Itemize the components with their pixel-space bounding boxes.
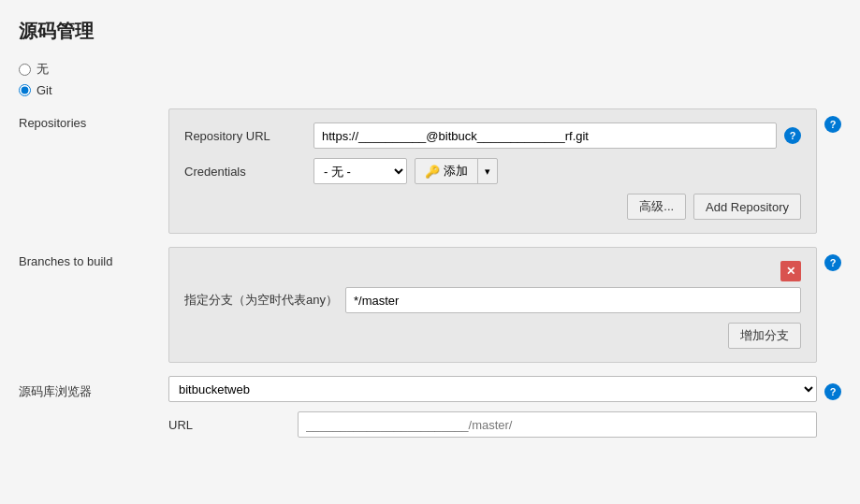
- source-browser-select-row: bitbucketweb: [168, 376, 817, 402]
- repositories-content: Repository URL ? Credentials - 无 - 🔑 添加 …: [168, 108, 817, 234]
- source-browser-content: bitbucketweb URL: [168, 376, 817, 447]
- source-browser-label: 源码库浏览器: [19, 376, 168, 400]
- page-title: 源码管理: [19, 19, 841, 44]
- credentials-select[interactable]: - 无 -: [313, 158, 407, 184]
- add-dropdown-arrow-icon: ▾: [485, 166, 490, 178]
- radio-git-input[interactable]: [19, 84, 31, 96]
- branches-actions: 增加分支: [184, 323, 801, 349]
- branch-input-row: 指定分支（为空时代表any）: [184, 287, 801, 313]
- source-browser-url-row: URL: [168, 411, 817, 438]
- repository-url-help-icon[interactable]: ?: [784, 127, 801, 144]
- source-browser-select[interactable]: bitbucketweb: [168, 376, 817, 402]
- branch-specifier-label: 指定分支（为空时代表any）: [184, 292, 338, 309]
- key-icon: 🔑: [425, 165, 440, 179]
- add-credentials-main-button[interactable]: 🔑 添加: [415, 159, 477, 183]
- credentials-row: Credentials - 无 - 🔑 添加 ▾: [184, 158, 801, 184]
- add-branch-button[interactable]: 增加分支: [728, 323, 801, 349]
- radio-git-label: Git: [36, 83, 52, 97]
- branches-to-build-section: Branches to build ✕ 指定分支（为空时代表any） 增加分支 …: [19, 247, 841, 363]
- radio-git[interactable]: Git: [19, 83, 841, 97]
- source-browser-help-icon[interactable]: ?: [824, 383, 841, 400]
- repository-url-label: Repository URL: [184, 129, 306, 143]
- add-credentials-dropdown-button[interactable]: ▾: [477, 159, 497, 183]
- advanced-button[interactable]: 高级...: [627, 194, 686, 220]
- radio-none-label: 无: [36, 61, 49, 78]
- radio-none[interactable]: 无: [19, 61, 841, 78]
- add-credentials-button[interactable]: 🔑 添加 ▾: [415, 158, 498, 184]
- branches-help-icon[interactable]: ?: [824, 254, 841, 271]
- branch-specifier-input[interactable]: [345, 287, 801, 313]
- source-browser-section: 源码库浏览器 bitbucketweb URL ?: [19, 376, 841, 447]
- radio-none-input[interactable]: [19, 64, 31, 76]
- branch-delete-row: ✕: [184, 261, 801, 281]
- branches-to-build-label: Branches to build: [19, 247, 168, 268]
- delete-branch-button[interactable]: ✕: [780, 261, 801, 281]
- source-browser-url-label: URL: [168, 418, 290, 432]
- add-credentials-label: 添加: [444, 163, 468, 180]
- repositories-label: Repositories: [19, 108, 168, 130]
- add-repository-button[interactable]: Add Repository: [693, 194, 801, 220]
- repositories-help-icon[interactable]: ?: [824, 116, 841, 133]
- repositories-section: Repositories Repository URL ? Credential…: [19, 108, 841, 234]
- source-type-radio-group: 无 Git: [19, 61, 841, 97]
- repository-url-row: Repository URL ?: [184, 122, 801, 149]
- source-browser-url-input[interactable]: [298, 411, 817, 438]
- credentials-label: Credentials: [184, 165, 306, 179]
- repository-url-input[interactable]: [313, 122, 777, 149]
- repository-actions: 高级... Add Repository: [184, 194, 801, 220]
- branches-to-build-content: ✕ 指定分支（为空时代表any） 增加分支: [168, 247, 817, 363]
